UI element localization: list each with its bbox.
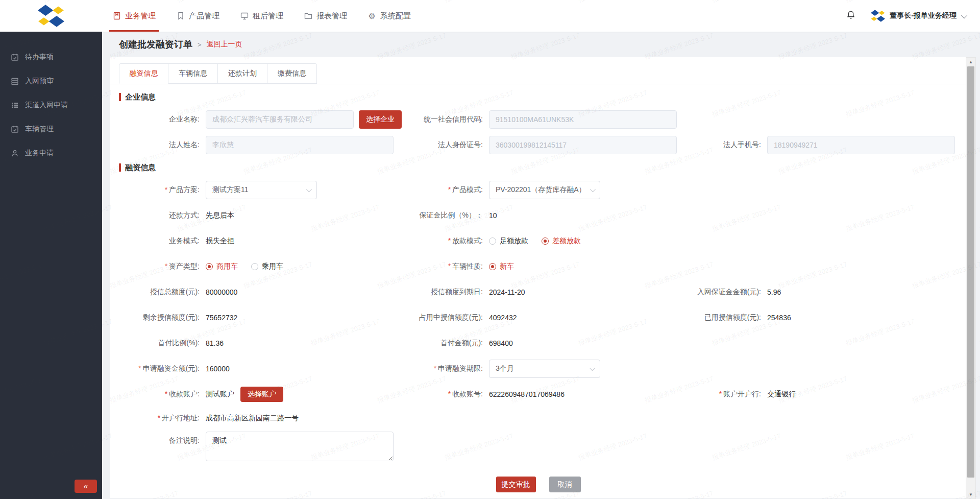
business-mode-value: 损失全担 xyxy=(206,236,234,246)
app-logo xyxy=(0,5,102,27)
submit-approval-button[interactable]: 提交审批 xyxy=(496,477,536,492)
field-label: *收款账户: xyxy=(119,390,206,399)
credit-remaining-value: 75652732 xyxy=(206,314,237,322)
apply-term-select[interactable]: 3个月 xyxy=(489,360,600,378)
user-menu[interactable]: 董事长-报单业务经理 xyxy=(871,10,966,22)
nav-item-label: 租后管理 xyxy=(253,11,283,21)
user-name: 董事长-报单业务经理 xyxy=(890,11,957,20)
gear-icon: ⚙ xyxy=(368,12,376,20)
nav-item-label: 业务管理 xyxy=(125,11,156,21)
required-mark: * xyxy=(448,390,451,398)
required-mark: * xyxy=(448,185,451,194)
field-label: 业务模式: xyxy=(119,236,206,246)
tab-bar: 融资信息 车辆信息 还款计划 缴费信息 xyxy=(110,57,968,84)
legal-name-input[interactable] xyxy=(206,136,394,154)
form-row: 备注说明: 测试 xyxy=(119,430,958,467)
nav-item-postlease-mgmt[interactable]: 租后管理 xyxy=(230,0,293,32)
company-name-input[interactable] xyxy=(206,110,354,129)
tab-financing-info[interactable]: 融资信息 xyxy=(119,63,168,84)
receiving-account-value: 测试账户 xyxy=(206,390,234,399)
radio-label: 差额放款 xyxy=(552,236,581,246)
form-row: *收款账户: 测试账户 选择账户 *收款账号: 6222609487017069… xyxy=(119,382,958,407)
sidebar-item-todo[interactable]: 待办事项 xyxy=(0,45,102,69)
nav-item-report-mgmt[interactable]: 报表管理 xyxy=(293,0,357,32)
field-label: *产品模式: xyxy=(402,185,489,195)
field-margin-ratio: 保证金比例（%）： 10 xyxy=(402,211,680,220)
bookmark-icon xyxy=(176,12,185,20)
field-bank: *账户开户行: 交通银行 xyxy=(680,390,958,399)
sidebar-item-business-apply[interactable]: 业务申请 xyxy=(0,141,102,165)
field-label: *产品方案: xyxy=(119,185,206,195)
field-label: 保证金比例（%）： xyxy=(402,211,489,220)
sidebar-item-vehicle-mgmt[interactable]: 车辆管理 xyxy=(0,117,102,141)
network-deposit-value: 5.96 xyxy=(767,288,781,296)
radio-label: 商用车 xyxy=(216,262,238,271)
scrollbar-thumb[interactable] xyxy=(967,66,974,478)
field-label: 法人姓名: xyxy=(119,140,206,150)
form-content: 企业信息 企业名称: 选择企业 统一社会信用代码: 法人姓名: xyxy=(110,84,968,498)
field-label: *收款账号: xyxy=(402,390,489,399)
form-row: 法人姓名: 法人身份证号: 法人手机号: xyxy=(119,132,958,158)
vertical-scrollbar[interactable]: ▲ ▼ xyxy=(966,57,976,499)
sidebar-item-label: 业务申请 xyxy=(25,149,54,158)
radio-commercial-vehicle[interactable]: 商用车 xyxy=(206,262,238,271)
credit-used-value: 254836 xyxy=(767,314,791,322)
required-mark: * xyxy=(165,185,167,194)
sidebar-collapse-button[interactable]: « xyxy=(75,480,97,493)
field-company-name: 企业名称: 选择企业 xyxy=(119,110,402,129)
back-link[interactable]: 返回上一页 xyxy=(207,40,242,49)
required-mark: * xyxy=(138,364,141,372)
form-panel: 融资信息 车辆信息 还款计划 缴费信息 企业信息 企业名称: 选择企业 统一社会… xyxy=(110,57,968,498)
tab-payment-info[interactable]: 缴费信息 xyxy=(267,63,317,84)
scroll-down-icon[interactable]: ▼ xyxy=(966,490,975,498)
nav-item-business-mgmt[interactable]: 业务管理 xyxy=(102,0,166,32)
radio-new-vehicle[interactable]: 新车 xyxy=(489,262,514,271)
sidebar-item-network-precheck[interactable]: 入网预审 xyxy=(0,69,102,93)
nav-item-system-config[interactable]: ⚙ 系统配置 xyxy=(357,0,421,32)
breadcrumb: 创建批发融资订单 > 返回上一页 xyxy=(102,32,980,57)
field-label: 企业名称: xyxy=(119,115,206,124)
user-icon xyxy=(10,149,19,157)
select-account-button[interactable]: 选择账户 xyxy=(240,387,283,402)
field-vehicle-nature: *车辆性质: 新车 xyxy=(402,262,680,271)
legal-phone-input[interactable] xyxy=(767,136,955,154)
sidebar-item-channel-apply[interactable]: 渠道入网申请 xyxy=(0,93,102,117)
radio-passenger-vehicle[interactable]: 乘用车 xyxy=(251,262,283,271)
radio-icon xyxy=(489,237,496,245)
remark-textarea[interactable]: 测试 xyxy=(206,432,394,461)
field-label: *放款模式: xyxy=(402,236,489,246)
required-mark: * xyxy=(434,364,436,372)
scroll-up-icon[interactable]: ▲ xyxy=(966,58,975,66)
field-loan-mode: *放款模式: 足额放款 差额放款 xyxy=(402,236,680,246)
required-mark: * xyxy=(448,236,451,245)
tab-repayment-plan[interactable]: 还款计划 xyxy=(218,63,267,84)
product-mode-select[interactable]: PV-202201（存货库存融A） xyxy=(489,181,600,199)
field-apply-amount: *申请融资金额(元): 160000 xyxy=(119,364,402,373)
cancel-button[interactable]: 取消 xyxy=(549,477,581,492)
bank-value: 交通银行 xyxy=(767,390,796,399)
notification-bell-icon[interactable] xyxy=(845,10,857,22)
calendar-icon xyxy=(10,53,19,61)
radio-icon xyxy=(542,237,549,245)
required-mark: * xyxy=(165,390,167,398)
product-plan-select[interactable]: 测试方案11 xyxy=(206,181,317,199)
topbar-right: 董事长-报单业务经理 xyxy=(845,10,980,22)
form-actions: 提交审批 取消 xyxy=(119,477,958,492)
form-row: 首付比例(%): 81.36 首付金额(元): 698400 xyxy=(119,330,958,356)
field-label: 法人手机号: xyxy=(680,140,767,150)
credit-code-input[interactable] xyxy=(489,110,677,129)
field-credit-remaining: 剩余授信额度(元): 75652732 xyxy=(119,313,402,322)
nav-item-product-mgmt[interactable]: 产品管理 xyxy=(166,0,230,32)
downpayment-amount-value: 698400 xyxy=(489,339,513,347)
radio-full-loan[interactable]: 足额放款 xyxy=(489,236,528,246)
select-company-button[interactable]: 选择企业 xyxy=(359,110,402,129)
field-legal-name: 法人姓名: xyxy=(119,136,402,154)
form-row: *开户行地址: 成都市高新区新园南二路一号 xyxy=(119,407,958,430)
radio-label: 足额放款 xyxy=(500,236,528,246)
legal-id-input[interactable] xyxy=(489,136,677,154)
field-label: 占用中授信额度(元): xyxy=(402,313,489,322)
field-remark: 备注说明: 测试 xyxy=(119,432,402,461)
radio-diff-loan[interactable]: 差额放款 xyxy=(542,236,581,246)
radio-icon xyxy=(206,263,213,270)
tab-vehicle-info[interactable]: 车辆信息 xyxy=(168,63,218,84)
